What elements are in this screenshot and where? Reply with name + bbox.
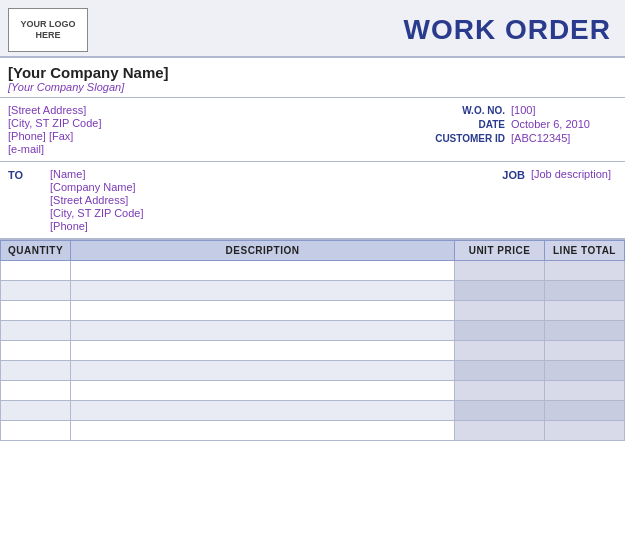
cell-unit-price [455,401,545,421]
cell-line-total [545,341,625,361]
cell-unit-price [455,421,545,441]
company-section: [Your Company Name] [Your Company Slogan… [0,58,625,98]
cell-line-total [545,401,625,421]
col-header-unit-price: UNIT PRICE [455,241,545,261]
cell-quantity [1,281,71,301]
cell-unit-price [455,301,545,321]
cell-line-total [545,281,625,301]
cell-description [71,401,455,421]
cell-description [71,281,455,301]
cell-quantity [1,321,71,341]
to-fields: [Name] [Company Name] [Street Address] [… [50,168,144,232]
date-row: DATE October 6, 2010 [351,118,611,130]
cell-description [71,301,455,321]
page-title: WORK ORDER [403,14,611,46]
cell-description [71,341,455,361]
cell-unit-price [455,321,545,341]
col-header-description: DESCRIPTION [71,241,455,261]
cell-line-total [545,361,625,381]
col-header-line-total: LINE TOTAL [545,241,625,261]
page: YOUR LOGO HERE WORK ORDER [Your Company … [0,0,625,545]
job-column: JOB [Job description] [351,168,611,232]
to-city: [City, ST ZIP Code] [50,207,144,219]
table-row [1,261,625,281]
date-label: DATE [415,119,505,130]
to-label: TO [8,168,44,232]
table-row [1,301,625,321]
cell-quantity [1,361,71,381]
email: [e-mail] [8,143,351,155]
cell-quantity [1,341,71,361]
wo-number-row: W.O. NO. [100] [351,104,611,116]
cell-description [71,421,455,441]
table-row [1,281,625,301]
cell-unit-price [455,381,545,401]
cell-description [71,381,455,401]
table-row [1,341,625,361]
company-name: [Your Company Name] [8,64,611,81]
date-value: October 6, 2010 [511,118,611,130]
cell-line-total [545,421,625,441]
cell-quantity [1,401,71,421]
to-name: [Name] [50,168,144,180]
phone-fax: [Phone] [Fax] [8,130,351,142]
col-header-quantity: QUANTITY [1,241,71,261]
table-row [1,421,625,441]
table-row [1,321,625,341]
cell-line-total [545,381,625,401]
cell-unit-price [455,341,545,361]
cell-unit-price [455,281,545,301]
job-value: [Job description] [531,168,611,180]
company-slogan: [Your Company Slogan] [8,81,611,93]
cell-quantity [1,421,71,441]
wo-info-column: W.O. NO. [100] DATE October 6, 2010 CUST… [351,104,611,155]
cell-quantity [1,261,71,281]
table-row [1,381,625,401]
wo-number-label: W.O. NO. [415,105,505,116]
cell-quantity [1,381,71,401]
header: YOUR LOGO HERE WORK ORDER [0,0,625,58]
table-header-row: QUANTITY DESCRIPTION UNIT PRICE LINE TOT… [1,241,625,261]
cell-description [71,361,455,381]
table-row [1,361,625,381]
to-phone: [Phone] [50,220,144,232]
job-label: JOB [502,168,525,181]
info-section: [Street Address] [City, ST ZIP Code] [Ph… [0,98,625,162]
cell-line-total [545,321,625,341]
to-column: TO [Name] [Company Name] [Street Address… [8,168,351,232]
to-job-section: TO [Name] [Company Name] [Street Address… [0,162,625,240]
logo-box: YOUR LOGO HERE [8,8,88,52]
cell-unit-price [455,361,545,381]
cell-line-total [545,301,625,321]
to-company: [Company Name] [50,181,144,193]
cell-unit-price [455,261,545,281]
cell-quantity [1,301,71,321]
logo-text: YOUR LOGO HERE [9,19,87,41]
customer-label: CUSTOMER ID [415,133,505,144]
cell-description [71,261,455,281]
table-row [1,401,625,421]
address-column: [Street Address] [City, ST ZIP Code] [Ph… [8,104,351,155]
cell-description [71,321,455,341]
wo-number-value: [100] [511,104,611,116]
street-address: [Street Address] [8,104,351,116]
city-address: [City, ST ZIP Code] [8,117,351,129]
cell-line-total [545,261,625,281]
to-street: [Street Address] [50,194,144,206]
work-table: QUANTITY DESCRIPTION UNIT PRICE LINE TOT… [0,240,625,441]
customer-value: [ABC12345] [511,132,611,144]
customer-row: CUSTOMER ID [ABC12345] [351,132,611,144]
